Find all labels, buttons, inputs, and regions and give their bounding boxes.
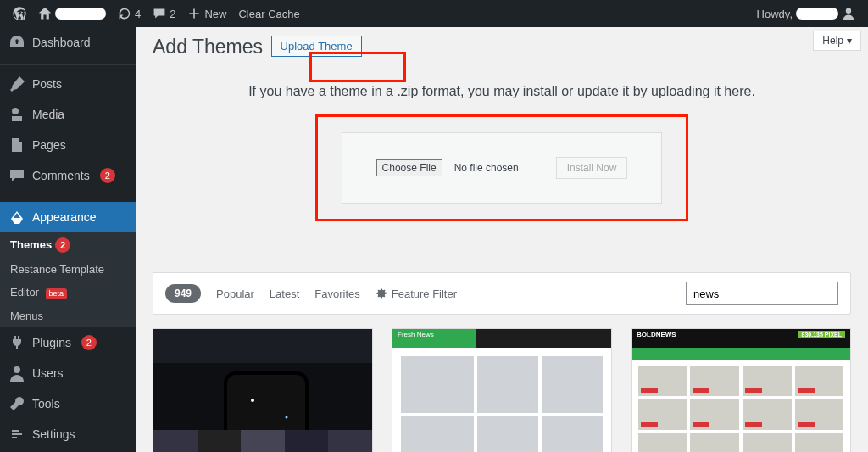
menu-tools[interactable]: Tools: [0, 388, 136, 419]
plugins-badge: 2: [81, 335, 97, 350]
menu-appearance[interactable]: Appearance: [0, 202, 136, 232]
menu-pages[interactable]: Pages: [0, 130, 136, 160]
theme-screenshot: BOLDNEWS830.135 PIXEL: [632, 329, 850, 452]
theme-grid: Oceanly News Dark Fresh News Fresh News …: [153, 328, 851, 452]
menu-dashboard[interactable]: Dashboard: [0, 27, 136, 58]
themes-badge: 2: [55, 237, 70, 253]
wp-logo[interactable]: [7, 0, 32, 27]
chevron-down-icon: ▾: [847, 35, 852, 47]
admin-toolbar: 4 2 New Clear Cache Howdy,: [0, 0, 868, 27]
menu-posts[interactable]: Posts: [0, 69, 136, 99]
editor-beta-badge: beta: [46, 288, 68, 299]
theme-search-input[interactable]: [686, 282, 838, 305]
upload-form: Choose File No file chosen Install Now: [342, 132, 663, 204]
user-name-redacted: [796, 8, 838, 20]
annotation-upload-theme: [309, 52, 406, 82]
site-home[interactable]: [32, 0, 112, 27]
theme-filter-bar: 949 Popular Latest Favorites Feature Fil…: [153, 272, 851, 315]
install-now-button[interactable]: Install Now: [556, 157, 628, 179]
file-status: No file chosen: [454, 162, 519, 174]
theme-card-bold[interactable]: BOLDNEWS830.135 PIXEL BoldNews: [631, 328, 851, 452]
comments-badge: 2: [100, 168, 115, 183]
menu-users[interactable]: Users: [0, 358, 136, 388]
help-tab[interactable]: Help ▾: [813, 31, 861, 51]
admin-sidebar: Dashboard Posts Media Pages Comments2 Ap…: [0, 27, 136, 452]
filter-latest[interactable]: Latest: [270, 287, 299, 300]
theme-screenshot: [153, 329, 372, 452]
site-name-redacted: [55, 8, 106, 20]
gear-icon: [376, 287, 387, 299]
theme-card-fresh[interactable]: Fresh News Fresh News: [392, 328, 612, 452]
annotation-upload-box: Choose File No file chosen Install Now: [315, 114, 689, 221]
theme-count: 949: [165, 284, 201, 303]
svg-point-0: [846, 8, 851, 14]
theme-card-oceanly[interactable]: Oceanly News Dark: [153, 328, 373, 452]
updates-count[interactable]: 4: [112, 0, 147, 27]
appearance-submenu: Themes2 Restance Template Editor beta Me…: [0, 232, 136, 327]
howdy-user[interactable]: Howdy,: [751, 0, 861, 27]
upload-instruction: If you have a theme in a .zip format, yo…: [153, 84, 851, 99]
theme-screenshot: Fresh News: [392, 329, 611, 452]
filter-popular[interactable]: Popular: [216, 287, 254, 300]
filter-favorites[interactable]: Favorites: [314, 287, 359, 300]
submenu-editor[interactable]: Editor beta: [0, 281, 136, 304]
menu-comments[interactable]: Comments2: [0, 160, 136, 191]
feature-filter-button[interactable]: Feature Filter: [376, 287, 457, 300]
new-content[interactable]: New: [181, 0, 232, 27]
comments-count[interactable]: 2: [147, 0, 181, 27]
choose-file-button[interactable]: Choose File: [376, 159, 442, 176]
submenu-restance[interactable]: Restance Template: [0, 258, 136, 281]
menu-settings[interactable]: Settings: [0, 419, 136, 449]
menu-media[interactable]: Media: [0, 99, 136, 130]
submenu-themes[interactable]: Themes2: [0, 232, 136, 258]
submenu-menus[interactable]: Menus: [0, 304, 136, 327]
clear-cache[interactable]: Clear Cache: [232, 0, 305, 27]
menu-plugins[interactable]: Plugins2: [0, 327, 136, 358]
svg-point-1: [14, 366, 20, 373]
page-title: Add Themes: [153, 36, 263, 59]
